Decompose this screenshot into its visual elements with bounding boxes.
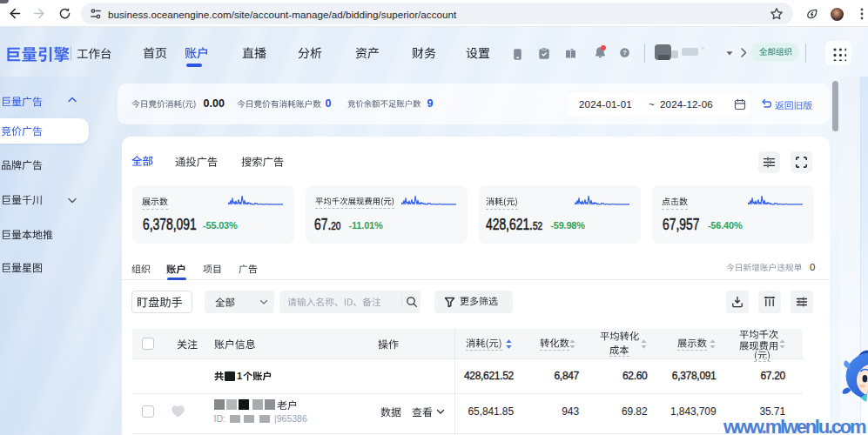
- svg-text:?: ?: [622, 49, 627, 57]
